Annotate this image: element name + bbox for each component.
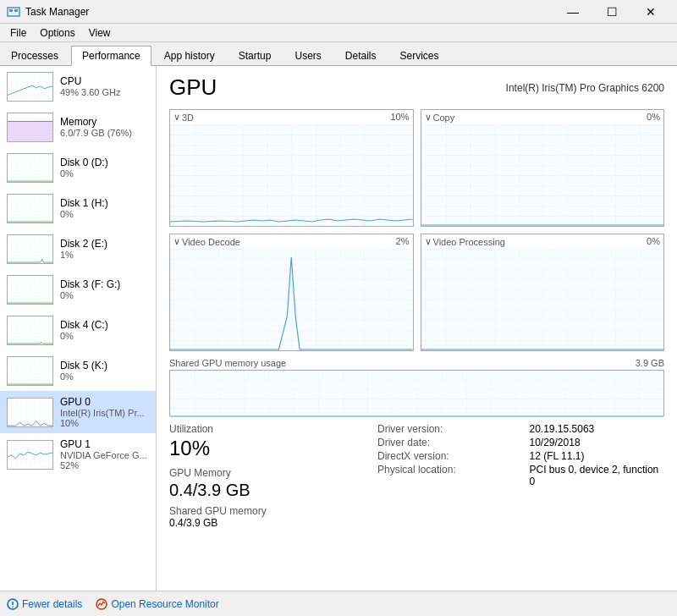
open-resource-monitor-link[interactable]: Open Resource Monitor xyxy=(96,598,218,610)
shared-gpu-memory-value: 0.4/3.9 GB xyxy=(169,517,361,529)
tab-bar: Processes Performance App history Startu… xyxy=(0,42,677,66)
shared-gpu-memory-label: Shared GPU memory xyxy=(169,505,267,517)
gpu1-detail2: 52% xyxy=(60,460,149,470)
gpu0-detail2: 10% xyxy=(60,418,149,428)
menu-bar: File Options View xyxy=(0,24,677,42)
sidebar-item-disk1[interactable]: Disk 1 (H:) 0% xyxy=(0,188,156,228)
chart-video-decode-area xyxy=(170,249,413,350)
charts-top-row: ∨ 3D 10% xyxy=(169,109,664,227)
svg-rect-27 xyxy=(421,124,664,226)
fewer-details-link[interactable]: Fewer details xyxy=(7,598,82,610)
svg-rect-25 xyxy=(170,124,413,226)
svg-marker-7 xyxy=(8,121,52,141)
gpu0-name: GPU 0 xyxy=(60,396,149,408)
stats-left: Utilization 10% GPU Memory 0.4/3.9 GB Sh… xyxy=(169,423,361,529)
memory-detail: 6.0/7.9 GB (76%) xyxy=(60,128,149,138)
chart-copy-value: 0% xyxy=(647,112,660,123)
disk0-detail: 0% xyxy=(60,168,149,179)
disk4-name: Disk 4 (C:) xyxy=(60,319,149,331)
chart-video-decode: ∨ Video Decode 2% xyxy=(169,234,414,351)
sidebar-item-gpu0[interactable]: GPU 0 Intel(R) Iris(TM) Pr... 10% xyxy=(0,391,156,433)
tab-app-history[interactable]: App history xyxy=(153,45,226,65)
directx-label: DirectX version: xyxy=(377,450,513,462)
svg-rect-2 xyxy=(14,9,18,12)
chart-video-processing-header: ∨ Video Processing 0% xyxy=(421,234,664,249)
minimize-button[interactable]: — xyxy=(553,0,592,24)
disk2-name: Disk 2 (E:) xyxy=(60,238,149,250)
charts-mid-row: ∨ Video Decode 2% xyxy=(169,234,664,351)
chart-copy-header: ∨ Copy 0% xyxy=(421,110,664,124)
chart-video-processing-label: Video Processing xyxy=(433,237,505,247)
gpu1-detail: NVIDIA GeForce G... xyxy=(60,450,149,460)
svg-rect-23 xyxy=(8,441,52,469)
shared-memory-section: Shared GPU memory usage 3.9 GB xyxy=(169,358,664,416)
tab-services[interactable]: Services xyxy=(389,45,450,65)
shared-memory-value: 3.9 GB xyxy=(636,358,664,368)
svg-rect-1 xyxy=(9,9,13,12)
sidebar-item-disk2[interactable]: Disk 2 (E:) 1% xyxy=(0,228,156,269)
memory-name: Memory xyxy=(60,116,149,128)
disk3-thumb xyxy=(7,275,53,305)
bottom-bar: Fewer details Open Resource Monitor xyxy=(0,591,677,616)
disk3-detail: 0% xyxy=(60,290,149,300)
tab-users[interactable]: Users xyxy=(283,45,332,65)
memory-thumb xyxy=(7,113,53,142)
disk4-thumb xyxy=(7,316,53,345)
sidebar-item-disk0[interactable]: Disk 0 (D:) 0% xyxy=(0,147,156,188)
gpu1-thumb xyxy=(7,440,53,470)
right-panel: GPU Intel(R) Iris(TM) Pro Graphics 6200 … xyxy=(157,66,677,591)
gpu-title: GPU xyxy=(169,74,217,101)
menu-options[interactable]: Options xyxy=(33,25,81,41)
disk5-detail: 0% xyxy=(60,371,149,382)
chart-copy-chevron[interactable]: ∨ xyxy=(425,112,432,123)
disk3-name: Disk 3 (F: G:) xyxy=(60,278,149,290)
svg-rect-17 xyxy=(8,316,52,344)
disk0-thumb xyxy=(7,153,53,183)
chart-copy-label: Copy xyxy=(433,113,455,123)
cpu-name: CPU xyxy=(60,75,149,87)
disk0-name: Disk 0 (D:) xyxy=(60,157,149,168)
disk2-thumb xyxy=(7,234,53,264)
app-icon xyxy=(7,5,20,19)
resource-monitor-icon xyxy=(96,598,107,610)
close-button[interactable]: ✕ xyxy=(631,0,670,24)
stats-grid: Driver version: 20.19.15.5063 Driver dat… xyxy=(377,423,664,487)
disk5-name: Disk 5 (K:) xyxy=(60,360,149,371)
shared-memory-header: Shared GPU memory usage 3.9 GB xyxy=(169,358,664,368)
svg-rect-11 xyxy=(8,195,52,223)
tab-performance[interactable]: Performance xyxy=(71,46,151,66)
sidebar-item-gpu1[interactable]: GPU 1 NVIDIA GeForce G... 52% xyxy=(0,433,156,476)
disk1-thumb xyxy=(7,194,53,223)
gpu-memory-value: 0.4/3.9 GB xyxy=(169,481,361,500)
app-title: Task Manager xyxy=(25,6,89,18)
stats-right: Driver version: 20.19.15.5063 Driver dat… xyxy=(377,423,664,529)
svg-rect-31 xyxy=(421,249,664,350)
gpu-memory-label: GPU Memory xyxy=(169,467,361,479)
chart-video-processing-chevron[interactable]: ∨ xyxy=(425,236,432,247)
tab-details[interactable]: Details xyxy=(334,45,388,65)
sidebar: CPU 49% 3.60 GHz Memory 6.0/7.9 GB (76%) xyxy=(0,66,157,591)
cpu-thumb xyxy=(7,72,53,102)
sidebar-item-disk3[interactable]: Disk 3 (F: G:) 0% xyxy=(0,269,156,310)
sidebar-item-cpu[interactable]: CPU 49% 3.60 GHz xyxy=(0,66,156,107)
gpu1-name: GPU 1 xyxy=(60,438,149,450)
gpu0-detail: Intel(R) Iris(TM) Pr... xyxy=(60,408,149,418)
chart-video-decode-chevron[interactable]: ∨ xyxy=(173,236,180,247)
disk5-thumb xyxy=(7,356,53,386)
maximize-button[interactable]: ☐ xyxy=(592,0,631,24)
sidebar-item-disk5[interactable]: Disk 5 (K:) 0% xyxy=(0,350,156,391)
shared-memory-chart xyxy=(169,370,664,416)
physical-location-label: Physical location: xyxy=(377,464,513,487)
sidebar-item-memory[interactable]: Memory 6.0/7.9 GB (76%) xyxy=(0,107,156,147)
tab-startup[interactable]: Startup xyxy=(228,45,283,65)
chart-video-processing: ∨ Video Processing 0% xyxy=(421,234,665,351)
chart-video-decode-header: ∨ Video Decode 2% xyxy=(170,234,413,249)
chart-video-processing-area xyxy=(421,249,664,350)
chart-3d: ∨ 3D 10% xyxy=(169,109,414,227)
svg-rect-9 xyxy=(8,154,52,182)
chart-3d-chevron[interactable]: ∨ xyxy=(173,112,180,123)
tab-processes[interactable]: Processes xyxy=(0,45,69,65)
sidebar-item-disk4[interactable]: Disk 4 (C:) 0% xyxy=(0,310,156,350)
menu-file[interactable]: File xyxy=(3,25,33,41)
menu-view[interactable]: View xyxy=(82,25,118,41)
